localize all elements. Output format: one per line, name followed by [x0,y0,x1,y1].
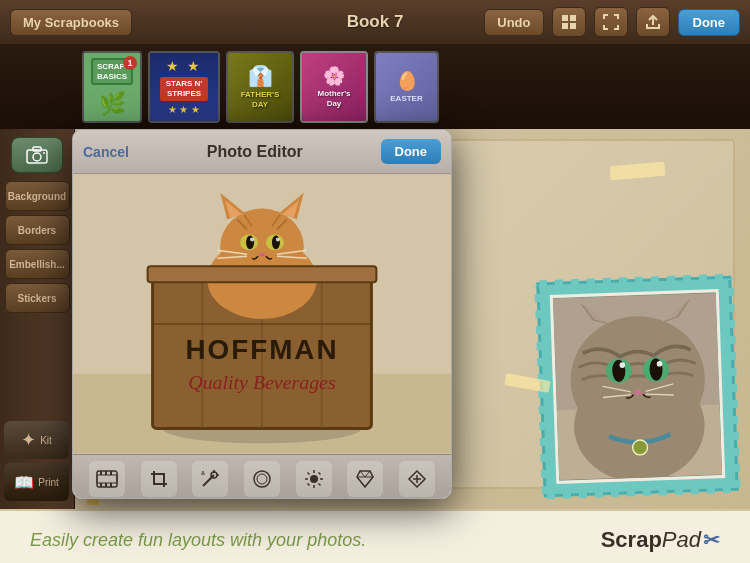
svg-rect-44 [100,471,102,475]
stars-bottom: ★ ★ ★ [168,104,201,115]
zigzag-frame [536,276,738,498]
svg-line-71 [365,471,370,477]
wand-tool-button[interactable] [192,461,228,497]
svg-point-58 [257,474,267,484]
bottom-bar: Easily create fun layouts with your phot… [0,509,750,563]
fullscreen-button[interactable] [594,7,628,37]
svg-rect-2 [562,23,568,29]
badge-count: 1 [123,56,137,70]
camera-button[interactable] [11,137,63,173]
svg-rect-40 [148,266,377,282]
svg-rect-47 [100,483,102,487]
thumbnail-scrap-basics[interactable]: SCRAPBASICS 1 🌿 [82,51,142,123]
top-bar-right: Undo Done [484,7,740,37]
modal-photo-area: HOFFMAN Quality Beverages [73,174,451,454]
print-icon: 📖 [14,473,34,492]
svg-point-96 [632,440,647,455]
sidebar-item-stickers[interactable]: Stickers [5,283,70,313]
svg-rect-1 [570,15,576,21]
gem-tool-button[interactable] [347,461,383,497]
svg-point-32 [272,235,280,249]
svg-rect-3 [570,23,576,29]
svg-point-31 [246,235,254,249]
undo-button[interactable]: Undo [484,9,543,36]
share-button[interactable] [636,7,670,37]
kit-icon: ✦ [21,429,36,451]
svg-line-64 [307,472,309,474]
scrappad-logo: ScrapPad✂ [601,527,720,553]
svg-point-5 [33,153,41,161]
top-bar-left: My Scrapbooks [10,9,132,36]
svg-rect-43 [97,475,117,483]
more-tool-button[interactable] [399,461,435,497]
main-area: Background Borders Embellish... Stickers… [0,129,750,509]
svg-point-7 [43,152,45,154]
svg-marker-68 [357,471,373,487]
tagline: Easily create fun layouts with your phot… [30,530,366,551]
stars-stripes-label: STARS N'STRIPES [160,77,208,100]
modal-title: Photo Editor [207,143,303,161]
svg-rect-48 [105,483,107,487]
svg-rect-49 [110,483,112,487]
leaf-icon: 🌿 [99,91,126,117]
svg-line-66 [318,472,320,474]
film-tool-button[interactable] [89,461,125,497]
top-bar: My Scrapbooks Book 7 Undo Done [0,0,750,44]
tie-icon: 👔 [248,64,273,88]
modal-done-button[interactable]: Done [381,139,442,164]
sidebar-item-borders[interactable]: Borders [5,215,70,245]
svg-line-67 [307,483,309,485]
done-button[interactable]: Done [678,9,741,36]
flower-icon: 🌸 [323,65,345,87]
svg-point-34 [276,237,280,241]
modal-cancel-button[interactable]: Cancel [83,144,129,160]
sidebar: Background Borders Embellish... Stickers… [0,129,75,509]
easter-icon: 🥚 [396,70,418,92]
easter-label: EASTER [390,94,422,104]
sidebar-bottom: ✦ Kit 📖 Print [4,421,70,501]
photo-editor-modal: Cancel Photo Editor Done HOFFM [72,129,452,499]
brightness-tool-button[interactable] [296,461,332,497]
thumbnail-strip: SCRAPBASICS 1 🌿 ★ ★ STARS N'STRIPES ★ ★ … [0,44,750,129]
svg-point-59 [310,475,318,483]
modal-toolbar [73,454,451,499]
svg-text:HOFFMAN: HOFFMAN [185,334,338,365]
thumbnail-easter[interactable]: 🥚 EASTER [374,51,439,123]
inner-photo [550,289,725,484]
sidebar-item-kit[interactable]: ✦ Kit [4,421,69,459]
fathers-day-label: FATHER'SDAY [241,90,280,109]
thumbnail-fathers-day[interactable]: 👔 FATHER'SDAY [226,51,294,123]
book-title: Book 7 [347,12,404,32]
logo-pad: Pad [662,527,701,553]
svg-rect-45 [105,471,107,475]
mothers-day-label: Mother'sDay [317,89,350,108]
photo-frame[interactable] [536,276,738,498]
svg-line-73 [365,477,373,487]
logo-scissors-icon: ✂ [703,528,720,552]
svg-rect-6 [33,147,41,151]
tabby-cat-photo [553,292,722,481]
modal-header: Cancel Photo Editor Done [73,130,451,174]
svg-point-33 [250,237,254,241]
svg-line-65 [318,483,320,485]
svg-rect-46 [110,471,112,475]
thumbnail-mothers-day[interactable]: 🌸 Mother'sDay [300,51,368,123]
svg-text:Quality Beverages: Quality Beverages [188,371,336,393]
sidebar-item-embellishments[interactable]: Embellish... [5,249,70,279]
svg-line-70 [360,471,365,477]
circle-tool-button[interactable] [244,461,280,497]
svg-rect-0 [562,15,568,21]
sidebar-item-backgrounds[interactable]: Background [5,181,70,211]
crop-tool-button[interactable] [141,461,177,497]
stars-row: ★ ★ [166,58,202,74]
my-scrapbooks-button[interactable]: My Scrapbooks [10,9,132,36]
sidebar-item-print[interactable]: 📖 Print [4,463,69,501]
svg-point-57 [254,471,270,487]
svg-line-72 [357,477,365,487]
grid-view-button[interactable] [552,7,586,37]
thumbnail-stars-stripes[interactable]: ★ ★ STARS N'STRIPES ★ ★ ★ [148,51,220,123]
photo-content: HOFFMAN Quality Beverages [73,174,451,454]
logo-scrap: Scrap [601,527,662,553]
